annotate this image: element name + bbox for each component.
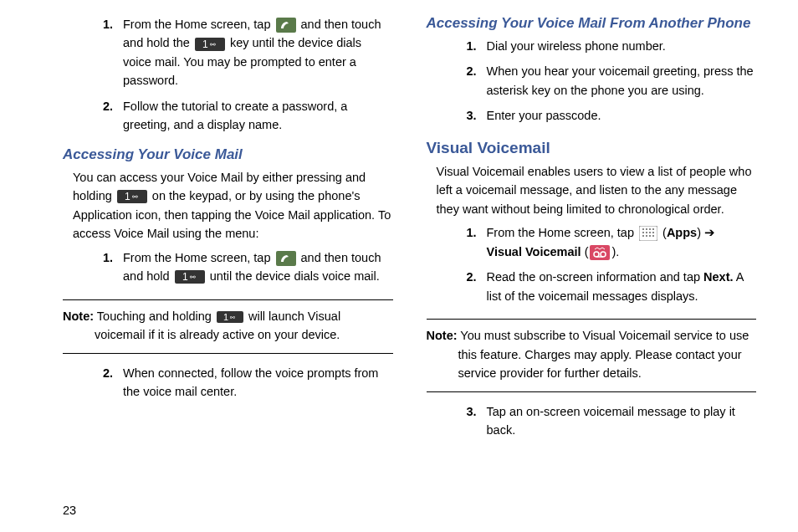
svg-text:1: 1 [223, 312, 228, 322]
left-column: 1. From the Home screen, tap and then to… [42, 15, 393, 517]
section-heading: Accessing Your Voice Mail [63, 146, 393, 163]
note-label: Note: [63, 309, 94, 323]
item-content: When you hear your voicemail greeting, p… [487, 62, 757, 100]
item-content: Read the on-screen information and tap N… [487, 268, 757, 305]
svg-rect-14 [639, 226, 657, 241]
svg-rect-22 [652, 232, 654, 233]
item-number: 1. [462, 223, 487, 261]
item-number: 3. [462, 402, 487, 440]
svg-rect-21 [649, 232, 651, 233]
item-number: 1. [98, 248, 123, 286]
paragraph: You can access your Voice Mail by either… [63, 168, 393, 243]
phone-icon [276, 251, 296, 266]
item-number: 1. [98, 15, 123, 90]
text: You must subscribe to Visual Voicemail s… [458, 329, 749, 380]
svg-text:1: 1 [125, 191, 130, 202]
paragraph: Visual Voicemail enables users to view a… [427, 162, 757, 218]
next-label: Next. [703, 270, 733, 284]
text: From the Home screen, tap [123, 18, 274, 31]
one-key-icon: 1⚯ [117, 190, 147, 203]
ordered-item: 1. From the Home screen, tap and then to… [63, 248, 393, 286]
item-content: When connected, follow the voice prompts… [123, 364, 393, 402]
svg-text:⚯: ⚯ [132, 193, 138, 201]
one-key-icon: 1⚯ [175, 270, 205, 284]
ordered-item: 1. Dial your wireless phone number. [427, 37, 757, 55]
text: ( [581, 245, 589, 258]
voicemail-icon [590, 245, 610, 260]
svg-text:⚯: ⚯ [230, 315, 235, 320]
note-label: Note: [427, 329, 458, 342]
svg-rect-7 [276, 251, 296, 266]
one-key-icon: 1⚯ [217, 311, 243, 323]
item-number: 2. [462, 62, 487, 100]
item-content: Follow the tutorial to create a password… [123, 97, 393, 135]
svg-rect-20 [646, 232, 647, 233]
page-number: 23 [63, 504, 393, 517]
svg-text:⚯: ⚯ [190, 274, 196, 281]
svg-rect-27 [590, 245, 610, 260]
note-block: Note: You must subscribe to Visual Voice… [427, 319, 757, 391]
svg-rect-24 [646, 235, 647, 237]
text: Touching and holding [94, 309, 215, 323]
ordered-item: 2. Follow the tutorial to create a passw… [63, 97, 393, 135]
note-block: Note: Touching and holding 1⚯ will launc… [63, 299, 393, 354]
section-heading: Visual Voicemail [427, 139, 757, 157]
phone-icon [276, 18, 296, 33]
ordered-item: 1. From the Home screen, tap (Apps) ➔ Vi… [427, 223, 757, 261]
item-content: Dial your wireless phone number. [487, 37, 757, 55]
svg-text:1: 1 [182, 271, 188, 283]
ordered-item: 2. When connected, follow the voice prom… [63, 364, 393, 402]
ordered-item: 3. Tap an on-screen voicemail message to… [427, 402, 757, 440]
svg-rect-23 [642, 235, 644, 237]
item-number: 2. [98, 364, 123, 402]
svg-rect-18 [652, 228, 654, 230]
svg-rect-19 [642, 232, 644, 233]
ordered-item: 3. Enter your passcode. [427, 106, 757, 125]
ordered-item: 2. Read the on-screen information and ta… [427, 268, 757, 305]
svg-rect-16 [646, 228, 647, 230]
text: From the Home screen, tap [487, 226, 638, 239]
text: From the Home screen, tap [123, 251, 274, 264]
ordered-item: 2. When you hear your voicemail greeting… [427, 62, 757, 100]
svg-rect-15 [642, 228, 644, 230]
item-content: From the Home screen, tap and then touch… [123, 248, 393, 286]
svg-text:⚯: ⚯ [210, 41, 216, 49]
item-number: 2. [462, 268, 487, 305]
section-heading: Accessing Your Voice Mail From Another P… [427, 15, 757, 32]
item-content: Enter your passcode. [487, 106, 757, 125]
apps-grid-icon [639, 226, 657, 241]
visual-voicemail-label: Visual Voicemail [487, 245, 581, 258]
arrow: ➔ [701, 226, 715, 239]
item-number: 3. [462, 106, 487, 125]
svg-text:1: 1 [202, 38, 208, 50]
ordered-item: 1. From the Home screen, tap and then to… [63, 15, 393, 90]
right-column: Accessing Your Voice Mail From Another P… [427, 15, 757, 517]
item-number: 1. [462, 37, 487, 55]
item-content: Tap an on-screen voicemail message to pl… [487, 402, 757, 440]
svg-rect-25 [649, 235, 651, 237]
text: until the device dials voice mail. [207, 269, 380, 283]
svg-rect-0 [276, 18, 296, 33]
text: Read the on-screen information and tap [487, 270, 704, 284]
one-key-icon: 1⚯ [195, 38, 225, 51]
item-content: From the Home screen, tap (Apps) ➔ Visua… [487, 223, 757, 261]
svg-rect-26 [652, 235, 654, 237]
text: ). [611, 245, 619, 258]
item-number: 2. [98, 97, 123, 135]
item-content: From the Home screen, tap and then touch… [123, 15, 393, 90]
apps-label: Apps [667, 226, 697, 239]
svg-rect-17 [649, 228, 651, 230]
